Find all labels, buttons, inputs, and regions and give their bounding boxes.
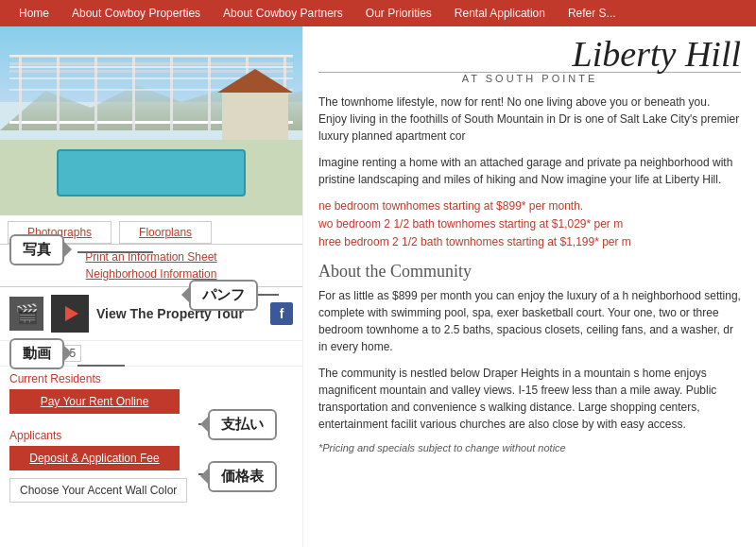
pricing-list: ne bedroom townhomes starting at $899* p…	[318, 197, 741, 252]
community-text-1: For as little as $899 per month you can …	[318, 287, 741, 355]
annotation-panfu: パンフ	[189, 280, 258, 311]
annotation-shashin: 写真	[9, 234, 64, 265]
main-content: Photographs Floorplans Print an Informat…	[0, 26, 756, 547]
navbar: Home About Cowboy Properties About Cowbo…	[0, 0, 756, 26]
accent-wall-button[interactable]: Choose Your Accent Wall Color	[9, 478, 187, 503]
nav-rental[interactable]: Rental Application	[443, 0, 557, 26]
property-image	[0, 26, 302, 215]
annotation-shiharai: 支払い	[208, 409, 277, 440]
annotation-doga: 動画	[9, 338, 64, 369]
clapper-icon	[9, 297, 43, 331]
nav-refer[interactable]: Refer S...	[557, 0, 627, 26]
logo-subtitle: AT SOUTH POINTE	[318, 73, 741, 84]
logo-area: Liberty Hill AT SOUTH POINTE	[318, 36, 741, 84]
nav-home[interactable]: Home	[8, 0, 60, 26]
right-column: Liberty Hill AT SOUTH POINTE The townhom…	[302, 26, 756, 547]
pricing-2: wo bedroom 2 1/2 bath townhomes starting…	[318, 215, 741, 233]
play-icon[interactable]	[51, 295, 89, 333]
facebook-icon[interactable]: f	[270, 302, 293, 325]
community-text-2: The community is nestled below Draper He…	[318, 365, 741, 433]
nav-about-cowboy[interactable]: About Cowboy Properties	[60, 0, 212, 26]
residents-title: Current Residents	[9, 372, 293, 385]
logo-title: Liberty Hill	[318, 36, 741, 72]
desc-paragraph-1: The townhome lifestyle, now for rent! No…	[318, 94, 741, 145]
print-info-link[interactable]: Print an Information Sheet	[85, 248, 216, 265]
left-wrapper: Photographs Floorplans Print an Informat…	[0, 26, 302, 547]
footnote: *Pricing and specials subject to change …	[318, 442, 741, 453]
pricing-1: ne bedroom townhomes starting at $899* p…	[318, 197, 741, 215]
community-header: About the Community	[318, 262, 741, 282]
deposit-button[interactable]: Deposit & Application Fee	[9, 446, 180, 470]
tab-floorplans[interactable]: Floorplans	[119, 221, 212, 244]
pricing-3: hree bedroom 2 1/2 bath townhomes starti…	[318, 233, 741, 251]
desc-paragraph-2: Imagine renting a home with an attached …	[318, 154, 741, 188]
nav-partners[interactable]: About Cowboy Partners	[212, 0, 354, 26]
nav-priorities[interactable]: Our Priorities	[354, 0, 443, 26]
annotation-kakakuhyo: 価格表	[208, 461, 277, 492]
pay-rent-button[interactable]: Pay Your Rent Online	[9, 389, 180, 414]
